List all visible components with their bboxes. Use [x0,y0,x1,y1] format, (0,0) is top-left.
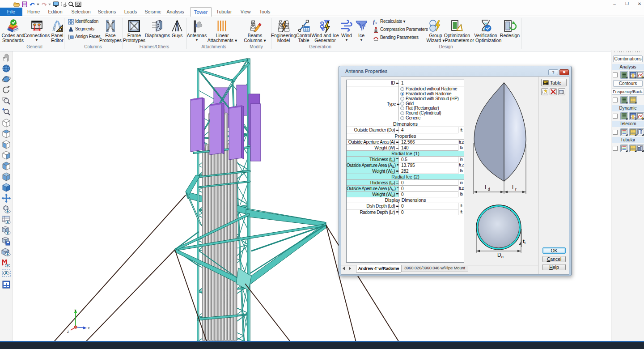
svg-text:Z: Z [67,330,69,333]
svg-text:ti: ti [523,238,525,245]
svg-text:x: x [375,21,377,25]
svg-text:Lr: Lr [512,184,517,192]
svg-text:Y: Y [74,309,76,312]
svg-text:Ld: Ld [485,184,490,192]
svg-text:X: X [88,327,90,330]
svg-text:Do: Do [497,252,504,259]
